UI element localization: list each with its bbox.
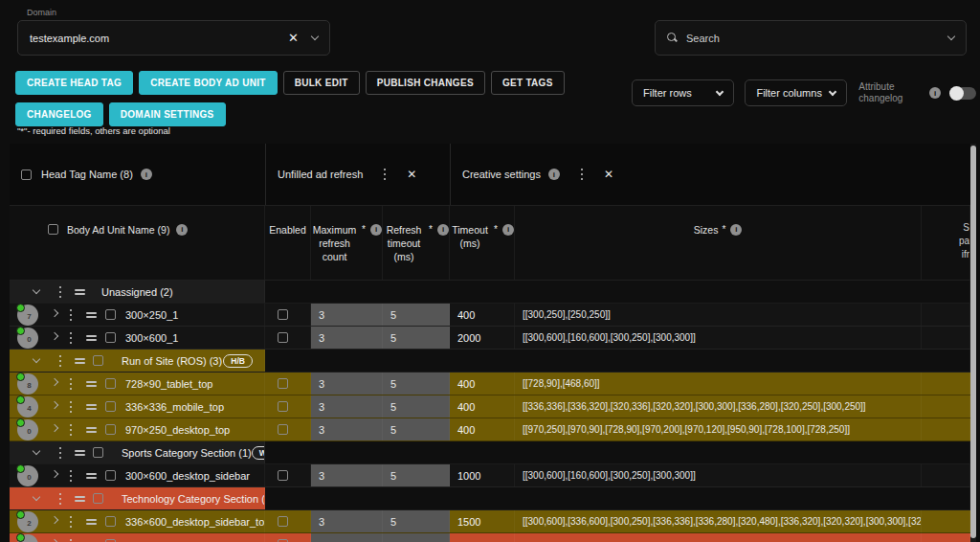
timeout-cell[interactable]: 400 <box>450 373 515 395</box>
drag-handle-icon[interactable] <box>75 287 85 297</box>
enabled-checkbox[interactable] <box>278 516 288 527</box>
drag-handle-icon[interactable] <box>86 379 97 389</box>
drag-handle-icon[interactable] <box>86 402 97 412</box>
info-icon[interactable] <box>437 224 449 236</box>
expand-chevron-icon[interactable] <box>51 313 58 316</box>
refresh-timeout-cell[interactable]: 5 <box>383 464 450 486</box>
enabled-checkbox[interactable] <box>278 470 288 481</box>
row-checkbox[interactable] <box>105 401 116 412</box>
kebab-menu-icon[interactable] <box>70 337 72 339</box>
kebab-menu-icon[interactable] <box>70 521 72 523</box>
search-chevron-down-icon[interactable] <box>947 33 955 40</box>
max-refresh-cell[interactable]: 3 <box>311 395 383 418</box>
max-refresh-cell[interactable]: 3 <box>311 373 383 395</box>
timeout-cell[interactable] <box>450 533 515 542</box>
row-checkbox[interactable] <box>105 470 116 481</box>
info-icon[interactable] <box>730 224 742 236</box>
refresh-timeout-cell[interactable]: 5 <box>383 395 450 418</box>
info-icon[interactable] <box>141 169 152 180</box>
toolbar-button[interactable]: BULK EDIT <box>283 71 360 95</box>
timeout-cell[interactable]: 400 <box>450 304 515 326</box>
search-box[interactable] <box>655 20 967 56</box>
max-refresh-cell[interactable]: 3 <box>311 304 383 326</box>
select-all-ad-units-checkbox[interactable] <box>48 224 58 235</box>
enabled-checkbox[interactable] <box>278 309 288 320</box>
expand-chevron-icon[interactable] <box>51 474 58 477</box>
expand-chevron-icon[interactable] <box>51 428 58 431</box>
drag-handle-icon[interactable] <box>75 494 85 504</box>
max-refresh-cell[interactable]: 3 <box>311 464 383 486</box>
enabled-checkbox[interactable] <box>278 332 288 343</box>
drag-handle-icon[interactable] <box>75 448 85 458</box>
row-checkbox[interactable] <box>105 424 116 435</box>
refresh-timeout-cell[interactable]: 5 <box>383 418 450 440</box>
enabled-checkbox[interactable] <box>278 378 288 389</box>
kebab-menu-icon[interactable] <box>59 291 61 293</box>
info-icon[interactable] <box>502 224 514 236</box>
refresh-timeout-cell[interactable]: 5 <box>383 327 450 349</box>
sizes-cell[interactable] <box>515 533 922 542</box>
refresh-timeout-cell[interactable]: 5 <box>383 304 450 326</box>
row-checkbox[interactable] <box>105 516 116 527</box>
timeout-cell[interactable]: 400 <box>450 395 515 418</box>
select-all-head-tags-checkbox[interactable] <box>21 169 32 180</box>
domain-select[interactable]: testexample.com ✕ <box>17 20 330 56</box>
toolbar-button[interactable]: CREATE HEAD TAG <box>15 71 133 95</box>
scrollbar-thumb[interactable] <box>970 146 976 538</box>
enabled-checkbox[interactable] <box>278 424 288 435</box>
refresh-timeout-cell[interactable]: 5 <box>383 373 450 395</box>
kebab-menu-icon[interactable] <box>581 173 583 175</box>
kebab-menu-icon[interactable] <box>59 452 61 454</box>
toolbar-button[interactable]: CHANGELOG <box>15 102 103 126</box>
sizes-cell[interactable]: [[300,250],[250,250]] <box>515 304 922 326</box>
expand-chevron-icon[interactable] <box>51 405 58 408</box>
collapse-chevron-icon[interactable] <box>33 451 40 454</box>
search-input[interactable] <box>686 33 948 44</box>
refresh-timeout-cell[interactable] <box>383 533 450 542</box>
close-icon[interactable]: ✕ <box>407 168 416 181</box>
drag-handle-icon[interactable] <box>86 517 97 527</box>
sizes-cell[interactable]: [[300,600],[336,600],[300,250],[336,336]… <box>515 510 922 532</box>
timeout-cell[interactable]: 2000 <box>450 327 515 349</box>
collapse-chevron-icon[interactable] <box>33 497 40 500</box>
info-icon[interactable] <box>929 87 941 99</box>
sizes-cell[interactable]: [[300,600],[160,600],[300,250],[300,300]… <box>515 464 922 486</box>
row-checkbox[interactable] <box>105 378 116 389</box>
row-checkbox[interactable] <box>93 355 103 366</box>
kebab-menu-icon[interactable] <box>70 475 72 477</box>
kebab-menu-icon[interactable] <box>59 498 61 500</box>
max-refresh-cell[interactable]: 3 <box>311 327 383 349</box>
kebab-menu-icon[interactable] <box>59 360 61 362</box>
drag-handle-icon[interactable] <box>75 356 85 366</box>
chevron-down-icon[interactable] <box>311 33 319 40</box>
row-checkbox[interactable] <box>93 447 103 458</box>
toolbar-button[interactable]: DOMAIN SETTINGS <box>109 102 226 126</box>
filter-columns-select[interactable]: Filter columns <box>745 79 847 106</box>
enabled-checkbox[interactable] <box>278 401 288 412</box>
kebab-menu-icon[interactable] <box>384 173 386 175</box>
drag-handle-icon[interactable] <box>86 333 97 343</box>
drag-handle-icon[interactable] <box>86 310 97 320</box>
row-checkbox[interactable] <box>105 332 116 343</box>
sizes-cell[interactable]: [[336,336],[336,320],[320,336],[320,320]… <box>515 395 922 418</box>
max-refresh-cell[interactable]: 3 <box>311 418 383 440</box>
clear-domain-icon[interactable]: ✕ <box>288 31 299 45</box>
timeout-cell[interactable]: 400 <box>450 418 515 440</box>
attribute-changelog-toggle[interactable] <box>950 87 976 100</box>
refresh-timeout-cell[interactable]: 5 <box>383 510 450 532</box>
expand-chevron-icon[interactable] <box>51 336 58 339</box>
max-refresh-cell[interactable] <box>311 533 383 542</box>
row-checkbox[interactable] <box>105 309 116 320</box>
filter-rows-select[interactable]: Filter rows <box>632 79 734 106</box>
kebab-menu-icon[interactable] <box>70 429 72 431</box>
sizes-cell[interactable]: [[728,90],[468,60]] <box>515 373 922 395</box>
info-icon[interactable] <box>370 224 382 236</box>
kebab-menu-icon[interactable] <box>70 406 72 408</box>
collapse-chevron-icon[interactable] <box>33 359 40 362</box>
info-icon[interactable] <box>176 224 188 236</box>
kebab-menu-icon[interactable] <box>70 383 72 385</box>
timeout-cell[interactable]: 1000 <box>450 464 515 486</box>
close-icon[interactable]: ✕ <box>604 168 613 181</box>
drag-handle-icon[interactable] <box>86 425 97 435</box>
sizes-cell[interactable]: [[300,600],[160,600],[300,250],[300,300]… <box>515 327 922 349</box>
